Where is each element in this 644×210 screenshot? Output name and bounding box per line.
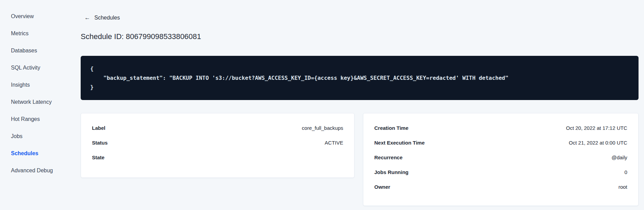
back-arrow-icon: ←: [84, 14, 90, 21]
sidebar-item-jobs[interactable]: Jobs: [0, 128, 81, 145]
card-row-creation-time: Creation Time Oct 20, 2022 at 17:12 UTC: [374, 124, 627, 132]
code-line: }: [90, 83, 629, 92]
row-value: Oct 21, 2022 at 0:00 UTC: [569, 139, 627, 147]
code-line: {: [90, 64, 629, 73]
row-label: Label: [92, 124, 105, 132]
row-value: ACTIVE: [325, 139, 343, 147]
summary-cards: Label core_full_backups Status ACTIVE St…: [81, 113, 639, 206]
schedule-status-card: Label core_full_backups Status ACTIVE St…: [81, 113, 354, 178]
row-value: root: [618, 183, 627, 191]
code-line: "backup_statement": "BACKUP INTO 's3://b…: [90, 73, 629, 83]
back-link-label: Schedules: [94, 14, 120, 21]
row-value: core_full_backups: [302, 124, 343, 132]
row-label: Creation Time: [374, 124, 408, 132]
card-row-status: Status ACTIVE: [92, 139, 343, 147]
row-label: Next Execution Time: [374, 139, 425, 147]
schedule-timing-card: Creation Time Oct 20, 2022 at 17:12 UTC …: [363, 113, 639, 206]
schedule-detail-page: ← Schedules Schedule ID: 806799098533806…: [81, 0, 639, 206]
card-row-next-execution-time: Next Execution Time Oct 21, 2022 at 0:00…: [374, 139, 627, 147]
sidebar-item-network-latency[interactable]: Network Latency: [0, 94, 81, 111]
sidebar-nav: Overview Metrics Databases SQL Activity …: [0, 0, 81, 210]
card-row-recurrence: Recurrence @daily: [374, 154, 627, 161]
sidebar-item-overview[interactable]: Overview: [0, 8, 81, 25]
sidebar-item-hot-ranges[interactable]: Hot Ranges: [0, 111, 81, 128]
sidebar-item-insights[interactable]: Insights: [0, 76, 81, 94]
row-label: Status: [92, 139, 108, 147]
page-title: Schedule ID: 806799098533806081: [81, 32, 639, 41]
row-value: Oct 20, 2022 at 17:12 UTC: [566, 124, 627, 132]
schedule-definition-code-block: { "backup_statement": "BACKUP INTO 's3:/…: [81, 56, 639, 100]
sidebar-item-sql-activity[interactable]: SQL Activity: [0, 59, 81, 76]
card-row-jobs-running: Jobs Running 0: [374, 169, 627, 176]
sidebar-item-list: Overview Metrics Databases SQL Activity …: [0, 8, 81, 179]
row-value: @daily: [612, 154, 627, 161]
card-row-label: Label core_full_backups: [92, 124, 343, 132]
row-label: Recurrence: [374, 154, 403, 161]
row-label: Jobs Running: [374, 169, 408, 176]
card-row-state: State: [92, 154, 343, 161]
row-label: State: [92, 154, 105, 161]
card-row-owner: Owner root: [374, 183, 627, 191]
sidebar-item-databases[interactable]: Databases: [0, 42, 81, 59]
row-value: 0: [625, 169, 627, 176]
sidebar-item-schedules[interactable]: Schedules: [0, 145, 81, 162]
back-to-schedules-link[interactable]: ← Schedules: [84, 14, 120, 21]
sidebar-item-advanced-debug[interactable]: Advanced Debug: [0, 162, 81, 179]
sidebar-item-metrics[interactable]: Metrics: [0, 25, 81, 42]
row-label: Owner: [374, 183, 390, 191]
